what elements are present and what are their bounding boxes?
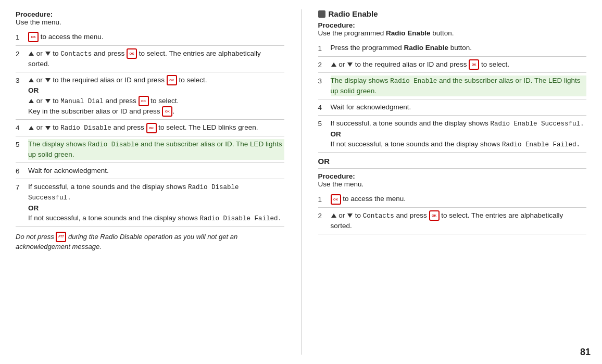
right-step-1-4: 4 Wait for acknowledgment. — [318, 99, 587, 116]
right-proc2-label: Procedure: — [318, 172, 587, 180]
right-step-1-5: 5 If successful, a tone sounds and the d… — [318, 116, 587, 153]
step-content-r1: Press the programmed Radio Enable button… — [331, 43, 587, 53]
radio-disable-success-mono: Radio Disable Successful. — [28, 184, 239, 202]
radio-enable-bold-s1: Radio Enable — [404, 44, 449, 52]
step-content-3: or to the required alias or ID and press… — [28, 75, 284, 117]
left-column: Procedure: Use the menu. 1 to access the… — [16, 9, 284, 355]
menu-ok-icon-3b — [139, 96, 149, 106]
arrow-up-icon — [29, 52, 34, 56]
left-step-4: 4 or to Radio Disable and press to selec… — [16, 120, 284, 136]
radio-disable-failed-mono: Radio Disable Failed. — [199, 215, 282, 222]
or-label-r5: OR — [331, 130, 341, 138]
arrow-up-r2-2 — [331, 214, 336, 218]
ptt-icon-note — [56, 232, 66, 242]
or-separator: OR — [318, 157, 587, 169]
column-divider — [301, 9, 302, 355]
note-text: Do not press during the Radio Disable op… — [16, 233, 237, 251]
arrow-down-r2-2 — [347, 214, 353, 218]
section-bullet-icon — [318, 10, 325, 18]
step-num-r2: 2 — [318, 59, 328, 70]
step-content-6: Wait for acknowledgment. — [28, 166, 284, 176]
left-step-1: 1 to access the menu. — [16, 29, 284, 46]
right-step-1-3: 3 The display shows Radio Enable and the… — [318, 73, 587, 99]
or-label-3: OR — [28, 86, 39, 94]
step-num-r3: 3 — [318, 76, 328, 86]
step-num-r2-2: 2 — [318, 210, 328, 221]
menu-ok-icon-1 — [28, 32, 39, 42]
arrow-down-icon-3b — [45, 99, 51, 103]
step-content-r2: or to the required alias or ID and press… — [331, 59, 587, 70]
step-num-7: 7 — [16, 182, 25, 193]
step-num-r1: 1 — [318, 43, 328, 54]
right-proc1-desc: Use the programmed Radio Enable button. — [318, 29, 587, 37]
step-content-r2-1: to access the menu. — [331, 194, 587, 204]
arrow-down-icon-4 — [45, 126, 51, 130]
menu-ok-icon-2 — [127, 48, 137, 59]
right-step-1-1: 1 Press the programmed Radio Enable butt… — [318, 40, 587, 57]
radio-enable-mono-r3: Radio Enable — [390, 78, 437, 85]
step-content-7: If successful, a tone sounds and the dis… — [28, 182, 284, 223]
step-content-2: or to Contacts and press to select. The … — [28, 48, 284, 69]
radio-enable-failed-mono: Radio Enable Failed. — [502, 141, 580, 148]
step-content-r3: The display shows Radio Enable and the s… — [331, 76, 587, 96]
step-content-1: to access the menu. — [28, 32, 284, 42]
arrow-up-icon-3b — [29, 99, 34, 103]
radio-enable-success-mono: Radio Enable Successful. — [490, 120, 584, 128]
page-container: Procedure: Use the menu. 1 to access the… — [0, 0, 602, 364]
right-step-1-2: 2 or to the required alias or ID and pre… — [318, 57, 587, 73]
step-num-r4: 4 — [318, 102, 328, 113]
left-step-5: 5 The display shows Radio Disable and th… — [16, 136, 284, 163]
menu-ok-icon-r2 — [469, 59, 479, 70]
left-step-list: 1 to access the menu. 2 or to Contacts a… — [16, 29, 284, 227]
radio-enable-bold: Radio Enable — [386, 29, 431, 37]
contacts-mono: Contacts — [60, 51, 92, 58]
step-content-r5: If successful, a tone sounds and the dis… — [331, 118, 587, 149]
right-step-list-1: 1 Press the programmed Radio Enable butt… — [318, 40, 587, 153]
left-step-7: 7 If successful, a tone sounds and the d… — [16, 179, 284, 227]
page-number: 81 — [580, 347, 591, 358]
menu-ok-icon-3a — [167, 75, 177, 85]
right-section-title: Radio Enable — [318, 9, 587, 18]
step-num-6: 6 — [16, 166, 25, 177]
left-step-2: 2 or to Contacts and press to select. Th… — [16, 46, 284, 72]
right-proc2-desc: Use the menu. — [318, 180, 587, 188]
right-proc1-label: Procedure: — [318, 21, 587, 29]
step-content-4: or to Radio Disable and press to select.… — [28, 122, 284, 133]
menu-ok-icon-r2-2 — [429, 210, 440, 221]
left-note: Do not press during the Radio Disable op… — [16, 230, 284, 252]
contacts-mono-r2: Contacts — [363, 212, 394, 220]
left-step-6: 6 Wait for acknowledgment. — [16, 163, 284, 180]
step-num-r5: 5 — [318, 118, 328, 129]
radio-disable-mono: Radio Disable — [60, 124, 111, 132]
right-step-2-2: 2 or to Contacts and press to select. Th… — [318, 208, 587, 234]
arrow-up-icon-3a — [29, 78, 34, 82]
or-label-7: OR — [28, 204, 39, 212]
left-step-3: 3 or to the required alias or ID and pre… — [16, 72, 284, 120]
arrow-down-r2 — [347, 62, 353, 67]
left-proc-label: Procedure: — [16, 10, 284, 18]
radio-disable-mono-5: Radio Disable — [88, 141, 139, 148]
right-step-list-2: 1 to access the menu. 2 or to Contacts a… — [318, 191, 587, 234]
step-num-5: 5 — [16, 139, 25, 150]
step-content-r4: Wait for acknowledgment. — [331, 102, 587, 112]
arrow-down-icon-3a — [45, 78, 51, 82]
left-proc-desc: Use the menu. — [16, 18, 284, 26]
manual-dial-mono: Manual Dial — [60, 98, 104, 105]
menu-ok-icon-3c — [162, 106, 172, 117]
arrow-up-r2 — [331, 62, 336, 67]
right-column: Radio Enable Procedure: Use the programm… — [318, 9, 587, 355]
arrow-up-icon-4 — [29, 126, 34, 130]
step-content-r2-2: or to Contacts and press to select. The … — [331, 210, 587, 231]
right-step-2-1: 1 to access the menu. — [318, 191, 587, 208]
step-num-4: 4 — [16, 122, 25, 133]
step-num-1: 1 — [16, 32, 25, 43]
step-num-r2-1: 1 — [318, 194, 328, 205]
step-content-5: The display shows Radio Disable and the … — [28, 139, 284, 160]
section-title-text: Radio Enable — [329, 9, 378, 18]
menu-ok-icon-4 — [146, 123, 157, 133]
step-num-2: 2 — [16, 48, 25, 59]
menu-ok-icon-r2-1 — [331, 194, 341, 205]
step-num-3: 3 — [16, 75, 25, 86]
arrow-down-icon — [45, 52, 51, 56]
